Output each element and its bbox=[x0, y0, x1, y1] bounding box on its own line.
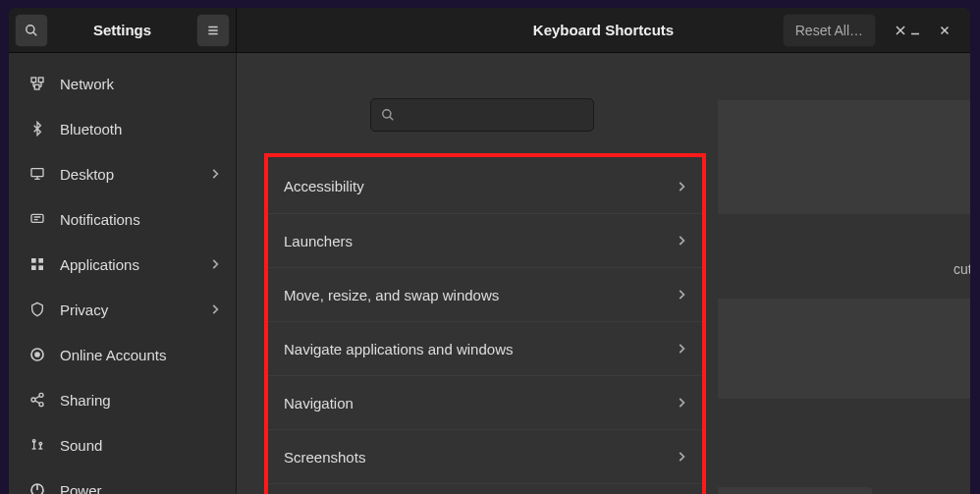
bluetooth-icon bbox=[27, 121, 48, 137]
sidebar-item-bluetooth[interactable]: Bluetooth bbox=[9, 106, 236, 151]
svg-rect-12 bbox=[34, 84, 39, 89]
search-icon bbox=[381, 108, 395, 122]
search-box[interactable] bbox=[370, 98, 594, 132]
category-sound-and-media[interactable]: Sound and Media bbox=[268, 483, 702, 494]
svg-rect-23 bbox=[31, 258, 36, 263]
close-icon bbox=[939, 25, 951, 36]
content-area: ⋮ cut. Layout default AccessibilityLaunc… bbox=[237, 53, 970, 494]
network-icon bbox=[27, 76, 48, 91]
chevron-right-icon bbox=[208, 167, 222, 181]
chevron-right-icon bbox=[208, 257, 222, 271]
svg-line-43 bbox=[390, 117, 394, 121]
chevron-right-icon bbox=[675, 288, 688, 302]
svg-line-33 bbox=[35, 401, 40, 404]
svg-rect-11 bbox=[38, 78, 43, 82]
svg-line-1 bbox=[33, 31, 37, 35]
category-label: Accessibility bbox=[284, 178, 364, 194]
category-label: Navigation bbox=[284, 395, 354, 412]
sidebar-item-network[interactable]: Network bbox=[9, 61, 236, 106]
sidebar-item-label: Notifications bbox=[60, 211, 140, 228]
shortcuts-panel: AccessibilityLaunchersMove, resize, and … bbox=[246, 53, 718, 494]
reset-all-label: Reset All… bbox=[795, 23, 863, 38]
sidebar-item-label: Sharing bbox=[60, 392, 111, 409]
reset-all-button[interactable]: Reset All… bbox=[783, 14, 876, 47]
category-accessibility[interactable]: Accessibility bbox=[268, 159, 702, 213]
svg-rect-17 bbox=[31, 169, 43, 177]
settings-window: Settings Keyboard Shortcuts Reset All… N… bbox=[9, 8, 970, 494]
titlebar-left: Settings bbox=[9, 8, 237, 52]
sidebar-item-label: Desktop bbox=[60, 166, 114, 183]
minimize-button[interactable] bbox=[907, 23, 923, 38]
chevron-right-icon bbox=[675, 180, 688, 193]
category-navigate-applications-and-windows[interactable]: Navigate applications and windows bbox=[268, 321, 702, 375]
chevron-right-icon bbox=[675, 450, 688, 464]
sidebar-item-label: Bluetooth bbox=[60, 121, 122, 137]
sidebar-item-applications[interactable]: Applications bbox=[9, 242, 236, 287]
category-list: AccessibilityLaunchersMove, resize, and … bbox=[264, 153, 706, 494]
sidebar-item-label: Applications bbox=[60, 256, 139, 273]
svg-rect-20 bbox=[31, 214, 43, 222]
chevron-right-icon bbox=[675, 342, 688, 356]
category-screenshots[interactable]: Screenshots bbox=[268, 429, 702, 483]
sharing-icon bbox=[27, 392, 48, 408]
category-label: Navigate applications and windows bbox=[284, 341, 513, 357]
sound-icon bbox=[27, 437, 48, 453]
svg-rect-25 bbox=[31, 265, 36, 270]
svg-rect-26 bbox=[38, 265, 43, 270]
search-input[interactable] bbox=[395, 107, 583, 123]
power-icon bbox=[27, 482, 48, 494]
svg-line-32 bbox=[35, 396, 40, 399]
titlebar-center: Keyboard Shortcuts Reset All… bbox=[237, 8, 970, 52]
category-label: Launchers bbox=[284, 233, 353, 249]
sidebar-item-sound[interactable]: Sound bbox=[9, 422, 236, 467]
sidebar-item-label: Power bbox=[60, 482, 102, 495]
svg-point-30 bbox=[31, 398, 35, 402]
sidebar-item-label: Network bbox=[60, 76, 114, 92]
notifications-icon bbox=[27, 211, 48, 227]
category-move-resize-and-swap-windows[interactable]: Move, resize, and swap windows bbox=[268, 267, 702, 321]
svg-rect-24 bbox=[38, 258, 43, 263]
sidebar-item-sharing[interactable]: Sharing bbox=[9, 377, 236, 422]
svg-point-29 bbox=[39, 393, 43, 397]
background-text-fragment: cut. bbox=[953, 261, 970, 277]
minimize-icon bbox=[909, 25, 921, 36]
category-label: Move, resize, and swap windows bbox=[284, 287, 499, 303]
svg-rect-10 bbox=[31, 78, 36, 82]
window-body: NetworkBluetoothDesktopNotificationsAppl… bbox=[9, 53, 970, 494]
category-launchers[interactable]: Launchers bbox=[268, 213, 702, 267]
category-label: Screenshots bbox=[284, 449, 365, 466]
sidebar-item-desktop[interactable]: Desktop bbox=[9, 151, 236, 196]
window-close-button[interactable] bbox=[937, 23, 953, 38]
sidebar-item-power[interactable]: Power bbox=[9, 467, 236, 494]
svg-point-42 bbox=[383, 110, 391, 118]
category-navigation[interactable]: Navigation bbox=[268, 375, 702, 429]
settings-title: Settings bbox=[54, 8, 191, 53]
svg-point-28 bbox=[35, 353, 39, 357]
search-button[interactable] bbox=[15, 14, 48, 47]
applications-icon bbox=[27, 256, 48, 272]
chevron-right-icon bbox=[675, 234, 688, 247]
page-title: Keyboard Shortcuts bbox=[533, 22, 674, 38]
privacy-icon bbox=[27, 302, 48, 317]
sidebar-item-notifications[interactable]: Notifications bbox=[9, 196, 236, 242]
hamburger-icon bbox=[206, 24, 220, 37]
desktop-icon bbox=[27, 166, 48, 182]
window-controls bbox=[899, 23, 970, 38]
layout-default-button[interactable]: Layout default bbox=[705, 487, 872, 494]
sidebar-item-online-accounts[interactable]: Online Accounts bbox=[9, 332, 236, 377]
sidebar-item-privacy[interactable]: Privacy bbox=[9, 287, 236, 332]
search-icon bbox=[25, 24, 38, 37]
sidebar-item-label: Privacy bbox=[60, 302, 108, 318]
svg-point-31 bbox=[39, 403, 43, 407]
sidebar-item-label: Online Accounts bbox=[60, 347, 166, 363]
chevron-right-icon bbox=[675, 396, 688, 410]
search-wrap bbox=[246, 53, 718, 149]
menu-button[interactable] bbox=[196, 14, 230, 47]
sidebar: NetworkBluetoothDesktopNotificationsAppl… bbox=[9, 53, 237, 494]
titlebar: Settings Keyboard Shortcuts Reset All… bbox=[9, 8, 970, 53]
chevron-right-icon bbox=[208, 302, 222, 316]
svg-point-0 bbox=[27, 25, 34, 32]
online-accounts-icon bbox=[27, 347, 48, 362]
sidebar-item-label: Sound bbox=[60, 437, 102, 454]
